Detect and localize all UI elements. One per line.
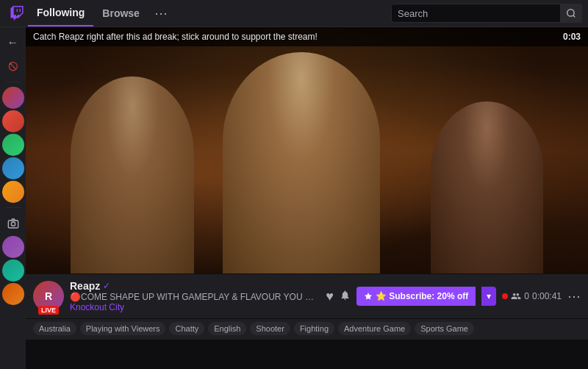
- tag[interactable]: Chatty: [169, 322, 204, 335]
- svg-line-1: [573, 15, 576, 18]
- streamer-avatar[interactable]: R LIVE: [33, 281, 64, 312]
- sidebar: ← 🚫: [0, 27, 26, 369]
- search-bar: [391, 4, 582, 23]
- sidebar-avatar-8[interactable]: [2, 283, 24, 305]
- streamer-name[interactable]: Reapz: [70, 280, 100, 292]
- viewer-count: 0 0:00:41: [502, 291, 562, 301]
- sidebar-avatar-6[interactable]: [2, 236, 24, 258]
- tag[interactable]: Shooter: [250, 322, 290, 335]
- search-input[interactable]: [398, 8, 556, 19]
- stream-actions: ♥ ⭐ Subscribe: 20% off ▾ 0: [326, 287, 581, 306]
- following-nav[interactable]: Following: [28, 0, 93, 26]
- stream-info-bar: R LIVE Reapz ✓ 🔴COME SHAPE UP WITH GAMEP…: [26, 273, 588, 318]
- person-center: [223, 52, 380, 274]
- browse-nav[interactable]: Browse: [93, 0, 148, 26]
- heart-button[interactable]: ♥: [326, 289, 334, 304]
- tag[interactable]: Australia: [33, 322, 76, 335]
- live-badge: LIVE: [38, 306, 59, 315]
- tags-bar: AustraliaPlaying with ViewersChattyEngli…: [26, 318, 588, 340]
- svg-point-3: [11, 222, 15, 226]
- stream-time: 0:00:41: [532, 291, 562, 301]
- ad-timer: 0:03: [563, 32, 581, 42]
- back-arrow-icon[interactable]: ←: [2, 32, 24, 54]
- no-icon: 🚫: [2, 55, 24, 77]
- sidebar-avatar-2[interactable]: [2, 110, 24, 132]
- svg-point-0: [567, 10, 574, 16]
- sidebar-avatar-5[interactable]: [2, 181, 24, 203]
- video-player[interactable]: Catch Reapz right after this ad break; s…: [26, 27, 588, 273]
- person-right: [431, 101, 543, 274]
- ad-message: Catch Reapz right after this ad break; s…: [33, 32, 318, 42]
- sidebar-avatar-3[interactable]: [2, 134, 24, 156]
- more-nav[interactable]: ⋯: [148, 5, 173, 21]
- stream-title: 🔴COME SHAPE UP WITH GAMEPLAY & FLAVOUR Y…: [70, 292, 320, 302]
- tag[interactable]: English: [208, 322, 246, 335]
- sidebar-avatar-1[interactable]: [2, 87, 24, 109]
- video-scene: [26, 27, 588, 273]
- person-left: [71, 76, 194, 273]
- sidebar-avatar-4[interactable]: [2, 157, 24, 179]
- tag[interactable]: Sports Game: [415, 322, 474, 335]
- stream-category[interactable]: Knockout City: [70, 302, 320, 312]
- sidebar-divider-2: [6, 207, 21, 208]
- tag[interactable]: Adventure Game: [338, 322, 411, 335]
- subscribe-label: ⭐ Subscribe: 20% off: [376, 291, 468, 301]
- more-options-button[interactable]: ⋯: [567, 288, 581, 304]
- streamer-name-row: Reapz ✓: [70, 280, 320, 292]
- tag[interactable]: Fighting: [294, 322, 334, 335]
- tag[interactable]: Playing with Viewers: [80, 322, 166, 335]
- video-background: [26, 27, 588, 273]
- camera-icon[interactable]: [2, 212, 24, 234]
- topnav: Following Browse ⋯: [0, 0, 588, 27]
- subscribe-button[interactable]: ⭐ Subscribe: 20% off: [356, 287, 476, 306]
- subscribe-dropdown[interactable]: ▾: [481, 287, 496, 306]
- viewer-count-number: 0: [524, 291, 529, 301]
- verified-icon: ✓: [103, 281, 110, 291]
- ad-banner: Catch Reapz right after this ad break; s…: [26, 27, 588, 46]
- content-area: Catch Reapz right after this ad break; s…: [26, 27, 588, 369]
- sidebar-divider: [6, 82, 21, 82]
- stream-details: Reapz ✓ 🔴COME SHAPE UP WITH GAMEPLAY & F…: [70, 280, 320, 312]
- sidebar-avatar-7[interactable]: [2, 259, 24, 282]
- twitch-logo[interactable]: [6, 0, 28, 27]
- main-layout: ← 🚫: [0, 27, 588, 369]
- bell-button[interactable]: [340, 290, 351, 304]
- search-button[interactable]: [560, 4, 582, 23]
- live-dot: [502, 293, 508, 299]
